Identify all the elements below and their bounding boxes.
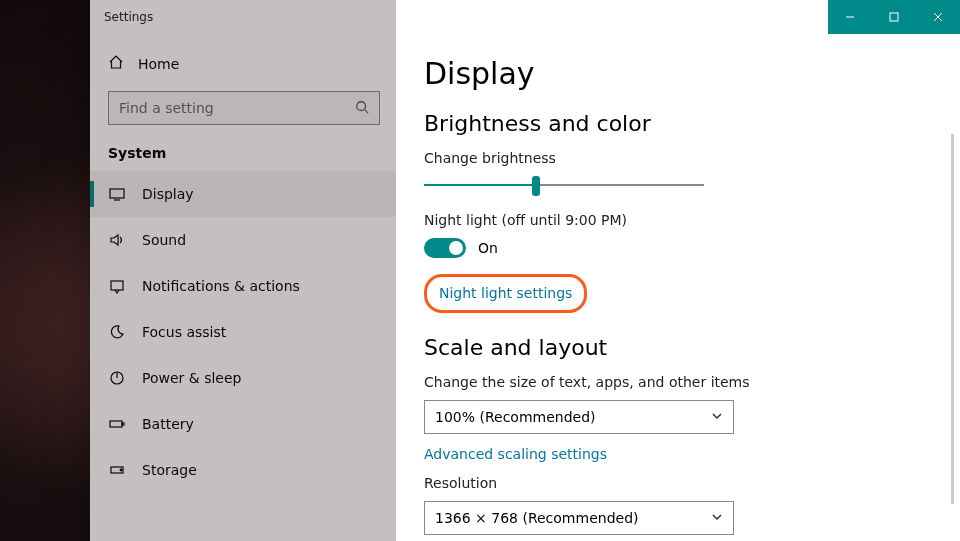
chevron-down-icon — [711, 409, 723, 425]
chevron-down-icon — [711, 510, 723, 526]
tutorial-highlight: Night light settings — [424, 274, 587, 313]
moon-icon — [108, 324, 126, 340]
window-controls — [828, 0, 960, 34]
battery-icon — [108, 416, 126, 432]
svg-point-14 — [120, 469, 122, 471]
section-scale-heading: Scale and layout — [424, 335, 920, 360]
home-label: Home — [138, 56, 179, 72]
sidebar-item-sound[interactable]: Sound — [90, 217, 396, 263]
resolution-value: 1366 × 768 (Recommended) — [435, 510, 638, 526]
sidebar-item-notifications[interactable]: Notifications & actions — [90, 263, 396, 309]
nav-label: Sound — [142, 232, 186, 248]
sidebar-item-storage[interactable]: Storage — [90, 447, 396, 493]
nav-label: Power & sleep — [142, 370, 241, 386]
search-icon — [355, 100, 369, 117]
night-light-label: Night light (off until 9:00 PM) — [424, 212, 920, 228]
svg-line-5 — [365, 109, 369, 113]
settings-window: Settings Home Find a setting System — [90, 0, 960, 541]
display-icon — [108, 186, 126, 202]
sidebar: Home Find a setting System Display Sound — [90, 34, 396, 541]
scale-dropdown[interactable]: 100% (Recommended) — [424, 400, 734, 434]
svg-point-4 — [357, 101, 366, 110]
svg-rect-1 — [890, 13, 898, 21]
section-brightness-heading: Brightness and color — [424, 111, 920, 136]
advanced-scaling-link[interactable]: Advanced scaling settings — [424, 446, 607, 462]
content-pane: Display Brightness and color Change brig… — [396, 34, 960, 541]
night-light-toggle[interactable] — [424, 238, 466, 258]
nav-label: Display — [142, 186, 194, 202]
scrollbar[interactable] — [951, 134, 954, 504]
brightness-slider[interactable] — [424, 176, 704, 194]
svg-rect-6 — [110, 189, 124, 198]
sidebar-item-battery[interactable]: Battery — [90, 401, 396, 447]
notifications-icon — [108, 278, 126, 294]
nav-label: Storage — [142, 462, 197, 478]
svg-rect-8 — [111, 281, 123, 290]
titlebar: Settings — [90, 0, 960, 34]
home-icon — [108, 54, 124, 73]
svg-rect-11 — [110, 421, 122, 427]
brightness-label: Change brightness — [424, 150, 920, 166]
search-placeholder: Find a setting — [119, 100, 214, 116]
power-icon — [108, 370, 126, 386]
page-title: Display — [424, 56, 920, 91]
section-label: System — [90, 139, 396, 171]
sidebar-item-display[interactable]: Display — [90, 171, 396, 217]
scale-value: 100% (Recommended) — [435, 409, 596, 425]
night-light-settings-link[interactable]: Night light settings — [439, 285, 572, 301]
storage-icon — [108, 462, 126, 478]
home-nav[interactable]: Home — [90, 44, 396, 83]
scale-label: Change the size of text, apps, and other… — [424, 374, 920, 390]
sidebar-nav: Display Sound Notifications & actions Fo… — [90, 171, 396, 493]
nav-label: Focus assist — [142, 324, 226, 340]
nav-label: Notifications & actions — [142, 278, 300, 294]
night-light-state: On — [478, 240, 498, 256]
sidebar-item-focus-assist[interactable]: Focus assist — [90, 309, 396, 355]
resolution-label: Resolution — [424, 475, 920, 491]
window-title: Settings — [90, 10, 153, 24]
search-input[interactable]: Find a setting — [108, 91, 380, 125]
sound-icon — [108, 232, 126, 248]
sidebar-item-power-sleep[interactable]: Power & sleep — [90, 355, 396, 401]
resolution-dropdown[interactable]: 1366 × 768 (Recommended) — [424, 501, 734, 535]
maximize-button[interactable] — [872, 0, 916, 34]
minimize-button[interactable] — [828, 0, 872, 34]
close-button[interactable] — [916, 0, 960, 34]
nav-label: Battery — [142, 416, 194, 432]
svg-rect-12 — [122, 423, 124, 425]
